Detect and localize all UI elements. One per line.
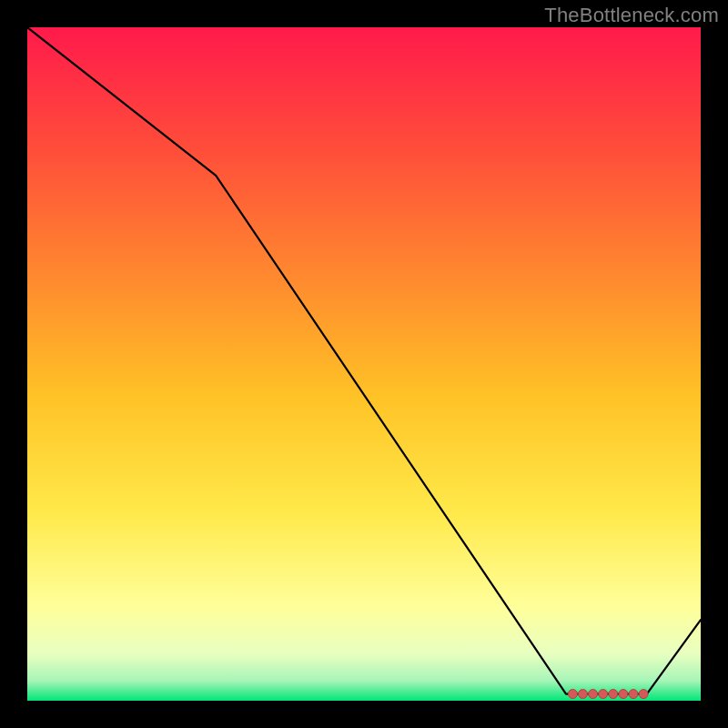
plot-area [27, 27, 701, 701]
attribution-text: TheBottleneck.com [544, 4, 719, 27]
optimal-marker [568, 690, 577, 699]
optimal-marker [589, 690, 598, 699]
gradient-background [27, 27, 701, 701]
optimal-marker [599, 690, 608, 699]
plot-svg [27, 27, 701, 701]
optimal-marker [639, 690, 648, 699]
optimal-marker [579, 690, 588, 699]
optimal-marker [629, 690, 638, 699]
optimal-marker [619, 690, 628, 699]
chart-frame: TheBottleneck.com [0, 0, 728, 728]
optimal-marker [609, 690, 618, 699]
